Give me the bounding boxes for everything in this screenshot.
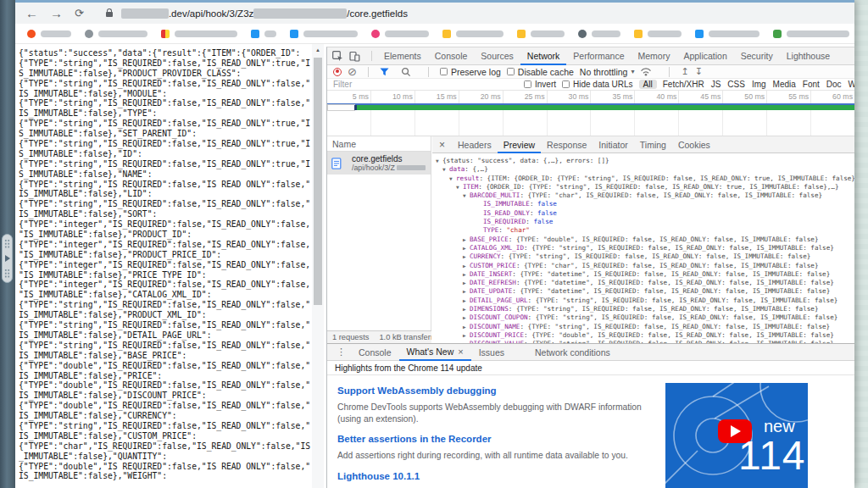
hide-data-urls-checkbox[interactable]: Hide data URLs: [562, 80, 633, 89]
tree-expand-arrow-icon[interactable]: ▶: [463, 297, 470, 305]
bookmark-item[interactable]: [773, 30, 849, 38]
tree-expand-arrow-icon[interactable]: ▼: [436, 157, 442, 165]
record-button[interactable]: [333, 68, 342, 76]
tree-expand-arrow-icon[interactable]: ▶: [463, 279, 470, 287]
devtools-tab[interactable]: Lighthouse: [780, 47, 837, 65]
whats-new-link[interactable]: Lighthouse 10.1.1: [337, 471, 644, 481]
tree-expand-arrow-icon[interactable]: ▶: [463, 270, 470, 279]
preview-tree-row[interactable]: ▶DISCOUNT_COUPON: {TYPE: "string", IS_RE…: [432, 313, 854, 322]
filter-type[interactable]: Fetch/XHR: [663, 80, 704, 89]
filter-type-all[interactable]: All: [639, 80, 657, 89]
inspect-icon[interactable]: [332, 51, 343, 62]
clear-icon[interactable]: ⊘: [348, 66, 357, 77]
detail-tab[interactable]: Preview: [498, 136, 541, 153]
bookmark-item[interactable]: [634, 30, 682, 38]
close-icon[interactable]: ×: [432, 139, 452, 151]
preview-tree-row[interactable]: ▶DISCOUNT_NAME: {TYPE: "string", IS_REQU…: [432, 323, 854, 331]
bookmark-item[interactable]: [290, 30, 358, 38]
devtools-tab[interactable]: Performance: [566, 47, 631, 65]
preview-tree-row[interactable]: ▼result: {ITEM: {ORDER_ID: {TYPE: "strin…: [432, 175, 854, 183]
drawer-tab-issues[interactable]: Issues: [471, 344, 512, 361]
devtools-tab[interactable]: Elements: [377, 47, 428, 65]
filter-funnel-icon[interactable]: [380, 68, 389, 76]
filter-type[interactable]: JS: [711, 80, 721, 89]
preview-tree-row[interactable]: ▼{status: "success", data: {,…}, errors:…: [432, 157, 854, 165]
invert-checkbox[interactable]: Invert: [524, 80, 556, 89]
tree-expand-arrow-icon[interactable]: ▶: [463, 305, 470, 313]
preserve-log-checkbox[interactable]: Preserve log: [440, 67, 501, 77]
filter-type[interactable]: CSS: [727, 80, 745, 89]
devtools-tab[interactable]: Console: [428, 47, 475, 65]
scroll-up-arrow-icon[interactable]: ▲: [312, 44, 324, 56]
request-row[interactable]: core.getfields /api/hook/3/Z: [327, 152, 431, 175]
preview-tree-row[interactable]: ▶CATALOG_XML_ID: {TYPE: "string", IS_REQ…: [432, 244, 854, 252]
tree-expand-arrow-icon[interactable]: ▶: [463, 244, 470, 252]
detail-tab[interactable]: Timing: [634, 136, 672, 153]
back-button[interactable]: ←: [25, 7, 38, 19]
bookmark-item[interactable]: [371, 30, 429, 38]
devtools-tab[interactable]: Sources: [474, 47, 520, 65]
preview-tree-row[interactable]: ▶DIMENSIONS: {TYPE: "string", IS_REQUIRE…: [432, 305, 854, 313]
whats-new-link[interactable]: Better assertions in the Recorder: [337, 434, 644, 444]
tree-expand-arrow-icon[interactable]: ▼: [456, 183, 463, 191]
tree-expand-arrow-icon[interactable]: ▼: [463, 191, 470, 200]
bookmark-item[interactable]: [695, 30, 760, 38]
devtools-tab[interactable]: Security: [734, 47, 780, 65]
bookmark-item[interactable]: [85, 30, 147, 38]
bookmark-item[interactable]: [517, 30, 565, 38]
detail-tab[interactable]: Initiator: [593, 136, 633, 153]
tree-expand-arrow-icon[interactable]: ▶: [463, 313, 470, 322]
forward-button[interactable]: →: [50, 7, 63, 19]
preview-tree-row[interactable]: IS_READ_ONLY: false: [432, 209, 854, 218]
preview-tree-row[interactable]: ▶DATE_REFRESH: {TYPE: "datetime", IS_REQ…: [432, 279, 854, 287]
side-panel-handle[interactable]: [2, 234, 13, 283]
reload-button[interactable]: ⟳: [75, 8, 84, 19]
tree-expand-arrow-icon[interactable]: ▶: [463, 323, 470, 331]
lock-icon[interactable]: [106, 12, 113, 17]
page-scrollbar[interactable]: ▲: [312, 44, 324, 488]
tree-expand-arrow-icon[interactable]: ▶: [463, 262, 470, 270]
filter-type[interactable]: Media: [773, 80, 796, 89]
column-header-name[interactable]: Name: [327, 136, 431, 152]
bookmark-item[interactable]: [442, 30, 504, 38]
preview-tree-row[interactable]: TYPE: "char": [432, 226, 854, 235]
bookmark-item[interactable]: [161, 30, 237, 38]
tree-expand-arrow-icon[interactable]: ▶: [463, 331, 470, 340]
bookmark-item[interactable]: [27, 30, 71, 38]
import-har-icon[interactable]: ↥: [681, 67, 688, 76]
preview-tree-row[interactable]: IS_REQUIRED: false: [432, 218, 854, 226]
scrollbar-thumb[interactable]: [314, 58, 322, 305]
disable-cache-checkbox[interactable]: Disable cache: [507, 67, 574, 77]
close-icon[interactable]: ×: [458, 343, 463, 360]
detail-tab[interactable]: Response: [541, 136, 593, 153]
tree-expand-arrow-icon[interactable]: ▶: [463, 252, 470, 261]
filter-type[interactable]: Img: [752, 80, 766, 89]
preview-tree-row[interactable]: ▶BASE_PRICE: {TYPE: "double", IS_REQUIRE…: [432, 236, 854, 244]
tree-expand-arrow-icon[interactable]: ▶: [463, 236, 470, 244]
devtools-tab[interactable]: Network: [520, 47, 567, 65]
export-har-icon[interactable]: ↧: [695, 67, 703, 76]
filter-type[interactable]: Doc: [826, 80, 842, 89]
detail-tab[interactable]: Cookies: [672, 136, 716, 153]
drawer-tab-whats-new[interactable]: What's New×: [399, 344, 471, 361]
whats-new-link[interactable]: Support WebAssembly debugging: [337, 385, 644, 396]
devtools-tab[interactable]: Application: [676, 47, 733, 65]
preview-tree-row[interactable]: ▼BARCODE_MULTI: {TYPE: "char", IS_REQUIR…: [432, 191, 854, 200]
drawer-tab-console[interactable]: Console: [351, 344, 399, 361]
filter-type[interactable]: WS: [849, 80, 854, 89]
tree-expand-arrow-icon[interactable]: ▼: [442, 165, 449, 174]
bookmark-item[interactable]: [578, 30, 620, 38]
tree-expand-arrow-icon[interactable]: ▶: [463, 287, 470, 296]
devtools-tab[interactable]: Memory: [631, 47, 676, 65]
detail-tab[interactable]: Headers: [452, 136, 498, 153]
preview-tree-row[interactable]: ▶DETAIL_PAGE_URL: {TYPE: "string", IS_RE…: [432, 297, 854, 305]
preview-tree-row[interactable]: IS_IMMUTABLE: false: [432, 200, 854, 208]
kebab-menu-icon[interactable]: ⋮: [331, 347, 351, 358]
preview-tree-row[interactable]: ▶CURRENCY: {TYPE: "string", IS_REQUIRED:…: [432, 252, 854, 261]
network-conditions-icon[interactable]: [640, 67, 652, 76]
preview-tree-row[interactable]: ▶DATE_UPDATE: {TYPE: "datetime", IS_REQU…: [432, 287, 854, 296]
search-icon[interactable]: [401, 67, 411, 77]
drawer-tab-network-conditions[interactable]: Network conditions: [527, 344, 618, 361]
filter-input[interactable]: Filter: [333, 80, 518, 89]
chrome-114-video-thumbnail[interactable]: new 114: [665, 383, 808, 488]
